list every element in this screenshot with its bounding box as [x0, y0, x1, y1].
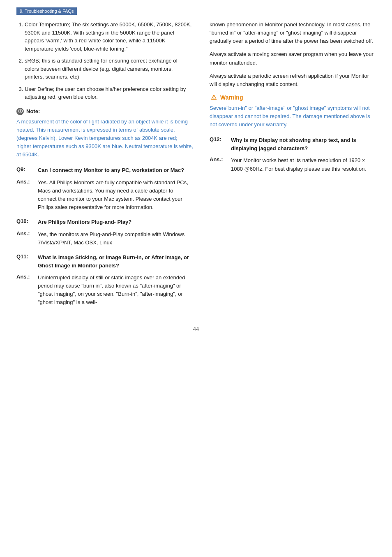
page: 9. Troubleshooting & FAQs Color Temperat…: [0, 0, 392, 557]
screensaver-text-1: Always activate a moving screen saver pr…: [210, 50, 376, 67]
list-item-3: User Define; the user can choose his/her…: [25, 85, 193, 101]
q10-text: Are Philips Monitors Plug-and- Play?: [38, 218, 131, 226]
warning-icon: ⚠: [210, 93, 218, 102]
note-text: A measurement of the color of light radi…: [16, 118, 193, 159]
warning-text: Severe"burn-in" or "after-image" or "gho…: [210, 104, 376, 129]
q9-label: Q9:: [16, 166, 38, 174]
q9-text: Can I connect my Monitor to any PC, work…: [38, 166, 184, 174]
warning-box: ⚠ Warning Severe"burn-in" or "after-imag…: [210, 93, 376, 129]
a12-label: Ans.:: [210, 156, 231, 173]
note-title: ⓘ Note:: [16, 108, 193, 115]
a10-label: Ans.:: [16, 230, 38, 247]
qa9-question-row: Q9: Can I connect my Monitor to any PC, …: [16, 166, 193, 174]
a10-text: Yes, the monitors are Plug-and-Play comp…: [38, 230, 193, 247]
a9-text: Yes. All Philips Monitors are fully comp…: [38, 179, 193, 212]
a9-label: Ans.:: [16, 179, 38, 212]
page-number: 44: [16, 326, 376, 332]
q10-label: Q10:: [16, 218, 38, 226]
color-temp-list: Color Temperature; The six settings are …: [16, 21, 193, 101]
left-column: Color Temperature; The six settings are …: [16, 21, 205, 313]
q11-text: What is Image Sticking, or Image Burn-in…: [38, 253, 193, 269]
qa10-question-row: Q10: Are Philips Monitors Plug-and- Play…: [16, 218, 193, 226]
q11-label: Q11:: [16, 253, 38, 269]
qa9-block: Q9: Can I connect my Monitor to any PC, …: [16, 166, 193, 211]
warning-title: ⚠ Warning: [210, 93, 376, 102]
qa9-answer-row: Ans.: Yes. All Philips Monitors are full…: [16, 179, 193, 212]
qa11-answer-row: Ans.: Uninterrupted display of still or …: [16, 274, 193, 307]
a11-text: Uninterrupted display of still or static…: [38, 274, 193, 307]
list-item-1: Color Temperature; The six settings are …: [25, 21, 193, 53]
continuation-text: known phenomenon in Monitor panel techno…: [210, 21, 376, 45]
section-header: 9. Troubleshooting & FAQs: [16, 7, 376, 21]
q12-text: Why is my Display not showing sharp text…: [231, 136, 376, 152]
note-box: ⓘ Note: A measurement of the color of li…: [16, 108, 193, 159]
qa12-answer-row: Ans.: Your Monitor works best at its nat…: [210, 156, 376, 173]
note-icon: ⓘ: [16, 108, 24, 115]
list-item-2: sRGB; this is a standard setting for ens…: [25, 57, 193, 81]
qa11-question-row: Q11: What is Image Sticking, or Image Bu…: [16, 253, 193, 269]
screensaver-text-2: Always activate a periodic screen refres…: [210, 72, 376, 88]
a11-label: Ans.:: [16, 274, 38, 307]
q12-label: Q12:: [210, 136, 231, 152]
qa11-block: Q11: What is Image Sticking, or Image Bu…: [16, 253, 193, 307]
a12-text: Your Monitor works best at its native re…: [231, 156, 376, 173]
qa10-answer-row: Ans.: Yes, the monitors are Plug-and-Pla…: [16, 230, 193, 247]
qa12-question-row: Q12: Why is my Display not showing sharp…: [210, 136, 376, 152]
qa12-block: Q12: Why is my Display not showing sharp…: [210, 136, 376, 173]
right-column: known phenomenon in Monitor panel techno…: [205, 21, 376, 313]
qa10-block: Q10: Are Philips Monitors Plug-and- Play…: [16, 218, 193, 247]
